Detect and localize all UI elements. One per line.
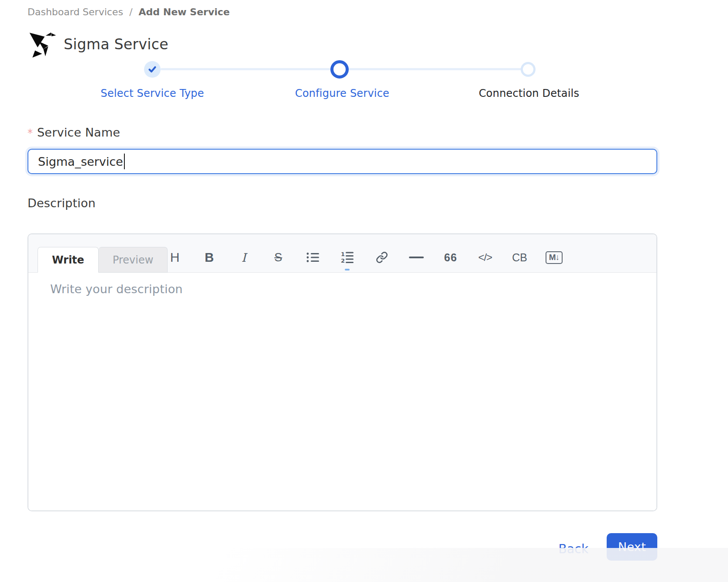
breadcrumb: Dashboard Services / Add New Service [27, 6, 230, 19]
description-label: Description [27, 196, 96, 210]
code-icon[interactable]: </> [468, 247, 502, 268]
description-placeholder: Write your description [50, 282, 183, 296]
horizontal-rule-icon[interactable] [399, 247, 433, 268]
editor-toolbar-header: Write Preview H B I S [28, 234, 656, 273]
service-name-value: Sigma_service [38, 155, 123, 168]
breadcrumb-dashboard-services[interactable]: Dashboard Services [27, 6, 123, 19]
next-button[interactable]: Next [607, 533, 657, 561]
link-icon[interactable] [364, 247, 399, 268]
stepper-connector-1 [161, 68, 332, 70]
heading-icon[interactable]: H [158, 247, 192, 268]
italic-icon[interactable]: I [227, 247, 261, 268]
check-icon [148, 65, 157, 74]
origami-bird-logo-icon [25, 28, 58, 60]
breadcrumb-add-new-service: Add New Service [139, 6, 230, 19]
step-2-active-circle[interactable] [330, 60, 349, 79]
breadcrumb-separator: / [129, 6, 132, 19]
code-block-icon[interactable]: CB [502, 247, 537, 268]
description-markdown-editor: Write Preview H B I S [27, 233, 657, 511]
text-cursor [124, 154, 125, 169]
strikethrough-icon[interactable]: S [261, 247, 295, 268]
svg-text:2: 2 [341, 257, 345, 264]
tab-write[interactable]: Write [38, 247, 99, 273]
editor-tabs: Write Preview [38, 247, 168, 273]
ordered-list-active-indicator [345, 269, 350, 270]
page-title: Sigma Service [64, 36, 168, 53]
step-label-select-service-type[interactable]: Select Service Type [56, 87, 248, 99]
back-button[interactable]: Back [553, 540, 594, 558]
editor-toolbar: H B I S [158, 247, 571, 268]
step-1-completed-circle[interactable] [144, 61, 161, 78]
service-name-label-row: * Service Name [27, 126, 120, 139]
step-3-upcoming-circle[interactable] [521, 62, 536, 77]
step-label-connection-details[interactable]: Connection Details [433, 87, 625, 99]
step-label-configure-service[interactable]: Configure Service [246, 87, 438, 99]
unordered-list-icon[interactable] [295, 247, 330, 268]
service-name-label: Service Name [37, 126, 120, 139]
markdown-icon[interactable]: M↓ [537, 247, 571, 268]
quote-icon[interactable]: 66 [433, 247, 468, 268]
bold-icon[interactable]: B [192, 247, 227, 268]
description-textarea[interactable]: Write your description [28, 273, 656, 510]
add-new-service-page: Dashboard Services / Add New Service Sig… [0, 0, 728, 582]
ordered-list-icon[interactable]: 1 2 [330, 247, 364, 268]
service-name-input[interactable]: Sigma_service [27, 149, 657, 174]
svg-text:1: 1 [341, 251, 345, 257]
stepper-connector-2 [348, 68, 522, 70]
required-asterisk: * [27, 126, 33, 139]
